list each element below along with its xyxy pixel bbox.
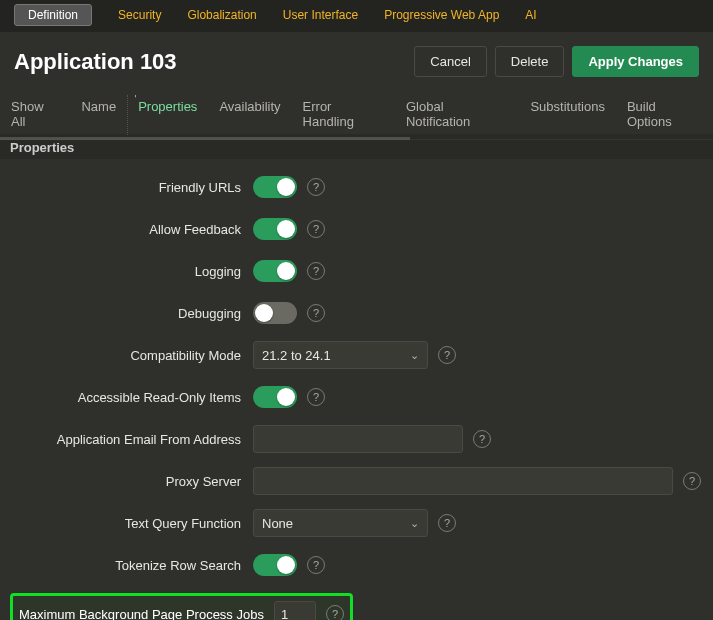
select-text-query-fn[interactable]: None ⌄ bbox=[253, 509, 428, 537]
label-accessible-ro: Accessible Read-Only Items bbox=[0, 390, 253, 405]
label-compat-mode: Compatibility Mode bbox=[0, 348, 253, 363]
row-debugging: Debugging ? bbox=[0, 299, 713, 327]
page-title: Application 103 bbox=[14, 49, 177, 75]
cancel-button[interactable]: Cancel bbox=[414, 46, 486, 77]
topnav-globalization[interactable]: Globalization bbox=[187, 4, 256, 26]
topnav-definition[interactable]: Definition bbox=[14, 4, 92, 26]
help-icon[interactable]: ? bbox=[473, 430, 491, 448]
select-text-query-fn-value: None bbox=[262, 516, 293, 531]
sub-tabs: Show All Name Properties Availability Er… bbox=[0, 91, 713, 140]
title-bar: Application 103 Cancel Delete Apply Chan… bbox=[0, 32, 713, 91]
select-compat-mode[interactable]: 21.2 to 24.1 ⌄ bbox=[253, 341, 428, 369]
help-icon[interactable]: ? bbox=[683, 472, 701, 490]
help-icon[interactable]: ? bbox=[307, 178, 325, 196]
toggle-debugging[interactable] bbox=[253, 302, 297, 324]
label-tokenize-row-search: Tokenize Row Search bbox=[0, 558, 253, 573]
label-friendly-urls: Friendly URLs bbox=[0, 180, 253, 195]
row-compat-mode: Compatibility Mode 21.2 to 24.1 ⌄ ? bbox=[0, 341, 713, 369]
action-buttons: Cancel Delete Apply Changes bbox=[414, 46, 699, 77]
apply-changes-button[interactable]: Apply Changes bbox=[572, 46, 699, 77]
help-icon[interactable]: ? bbox=[307, 388, 325, 406]
row-allow-feedback: Allow Feedback ? bbox=[0, 215, 713, 243]
row-tokenize-row-search: Tokenize Row Search ? bbox=[0, 551, 713, 579]
help-icon[interactable]: ? bbox=[326, 605, 344, 620]
toggle-tokenize-row-search[interactable] bbox=[253, 554, 297, 576]
subtab-properties[interactable]: Properties bbox=[138, 91, 197, 139]
row-text-query-fn: Text Query Function None ⌄ ? bbox=[0, 509, 713, 537]
toggle-allow-feedback[interactable] bbox=[253, 218, 297, 240]
chevron-down-icon: ⌄ bbox=[410, 349, 419, 362]
help-icon[interactable]: ? bbox=[307, 556, 325, 574]
select-compat-mode-value: 21.2 to 24.1 bbox=[262, 348, 331, 363]
help-icon[interactable]: ? bbox=[307, 220, 325, 238]
subtab-global-notification[interactable]: Global Notification bbox=[406, 91, 508, 139]
toggle-friendly-urls[interactable] bbox=[253, 176, 297, 198]
subtab-show-all[interactable]: Show All bbox=[11, 91, 59, 139]
toggle-logging[interactable] bbox=[253, 260, 297, 282]
row-friendly-urls: Friendly URLs ? bbox=[0, 173, 713, 201]
row-proxy: Proxy Server ? bbox=[0, 467, 713, 495]
toggle-accessible-ro[interactable] bbox=[253, 386, 297, 408]
subtab-error-handling[interactable]: Error Handling bbox=[303, 91, 384, 139]
label-proxy: Proxy Server bbox=[0, 474, 253, 489]
label-text-query-fn: Text Query Function bbox=[0, 516, 253, 531]
subtab-substitutions[interactable]: Substitutions bbox=[530, 91, 604, 139]
subtab-name[interactable]: Name bbox=[81, 91, 116, 139]
highlighted-field: Maximum Background Page Process Jobs 1 ? bbox=[10, 593, 353, 620]
label-debugging: Debugging bbox=[0, 306, 253, 321]
help-icon[interactable]: ? bbox=[307, 262, 325, 280]
topnav-ai[interactable]: AI bbox=[525, 4, 536, 26]
topnav-user-interface[interactable]: User Interface bbox=[283, 4, 358, 26]
chevron-down-icon: ⌄ bbox=[410, 517, 419, 530]
row-email-from: Application Email From Address ? bbox=[0, 425, 713, 453]
topnav-pwa[interactable]: Progressive Web App bbox=[384, 4, 499, 26]
help-icon[interactable]: ? bbox=[438, 514, 456, 532]
subtab-build-options[interactable]: Build Options bbox=[627, 91, 702, 139]
topnav-security[interactable]: Security bbox=[118, 4, 161, 26]
help-icon[interactable]: ? bbox=[307, 304, 325, 322]
row-logging: Logging ? bbox=[0, 257, 713, 285]
label-logging: Logging bbox=[0, 264, 253, 279]
subtab-availability[interactable]: Availability bbox=[219, 91, 280, 139]
top-nav: Definition Security Globalization User I… bbox=[0, 0, 713, 32]
properties-form: Friendly URLs ? Allow Feedback ? Logging… bbox=[0, 159, 713, 620]
help-icon[interactable]: ? bbox=[438, 346, 456, 364]
delete-button[interactable]: Delete bbox=[495, 46, 565, 77]
label-allow-feedback: Allow Feedback bbox=[0, 222, 253, 237]
row-max-bg-jobs: Maximum Background Page Process Jobs 1 ? bbox=[0, 593, 713, 620]
label-email-from: Application Email From Address bbox=[0, 432, 253, 447]
input-proxy[interactable] bbox=[253, 467, 673, 495]
label-max-bg-jobs: Maximum Background Page Process Jobs bbox=[15, 607, 274, 621]
input-max-bg-jobs[interactable]: 1 bbox=[274, 601, 316, 620]
input-email-from[interactable] bbox=[253, 425, 463, 453]
row-accessible-ro: Accessible Read-Only Items ? bbox=[0, 383, 713, 411]
